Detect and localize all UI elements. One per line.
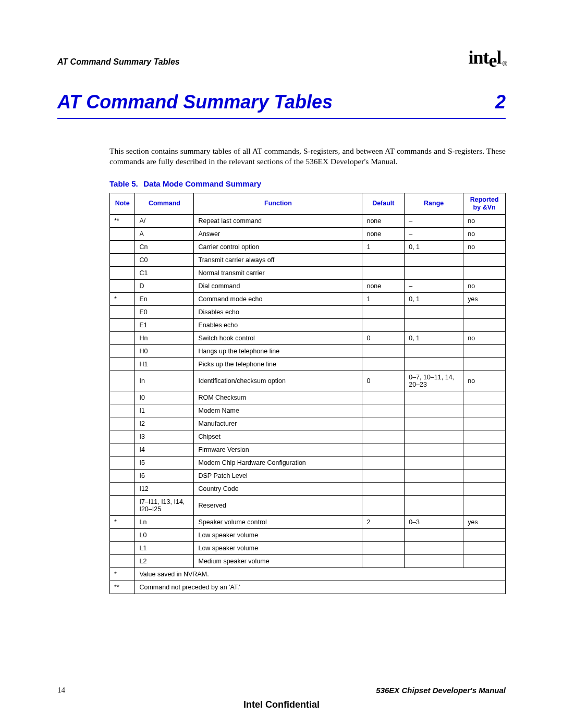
- cell-default: 1: [362, 240, 405, 253]
- cell-default: [362, 554, 405, 567]
- cell-note: [110, 391, 135, 404]
- cell-reported: no: [463, 240, 506, 253]
- table-row: **A/Repeat last commandnone–no: [110, 214, 506, 227]
- cell-command: I2: [135, 417, 194, 430]
- cell-function: Speaker volume control: [194, 515, 362, 528]
- cell-reported: no: [463, 331, 506, 344]
- table-row: L1Low speaker volume: [110, 541, 506, 554]
- cell-command: Cn: [135, 240, 194, 253]
- cell-default: 2: [362, 515, 405, 528]
- cell-reported: yes: [463, 515, 506, 528]
- cell-command: I3: [135, 430, 194, 443]
- table-row: HnSwitch hook control00, 1no: [110, 331, 506, 344]
- cell-note: [110, 253, 135, 266]
- th-note: Note: [110, 193, 135, 214]
- table-caption-label: Table 5.: [109, 179, 138, 188]
- cell-command: I5: [135, 456, 194, 469]
- cell-command: L2: [135, 554, 194, 567]
- table-row: I12Country Code: [110, 482, 506, 495]
- cell-note: *: [110, 292, 135, 305]
- cell-note: [110, 371, 135, 391]
- cell-range: [405, 357, 463, 371]
- data-mode-command-table: Note Command Function Default Range Repo…: [109, 193, 506, 594]
- table-header-row: Note Command Function Default Range Repo…: [110, 193, 506, 214]
- table-row: AAnswernone–no: [110, 227, 506, 240]
- cell-range: [405, 253, 463, 266]
- cell-reported: [463, 253, 506, 266]
- cell-function: Chipset: [194, 430, 362, 443]
- chapter-title-row: AT Command Summary Tables 2: [57, 93, 506, 112]
- cell-range: 0–3: [405, 515, 463, 528]
- cell-function: Hangs up the telephone line: [194, 344, 362, 357]
- cell-default: [362, 404, 405, 417]
- registered-mark: ®: [502, 60, 507, 68]
- cell-reported: [463, 541, 506, 554]
- cell-default: 1: [362, 292, 405, 305]
- cell-reported: yes: [463, 292, 506, 305]
- cell-note: [110, 417, 135, 430]
- cell-default: none: [362, 214, 405, 227]
- cell-default: [362, 318, 405, 331]
- cell-reported: [463, 391, 506, 404]
- table-row: DDial commandnone–no: [110, 279, 506, 292]
- cell-reported: no: [463, 279, 506, 292]
- table-caption-text: Data Mode Command Summary: [143, 179, 261, 188]
- table-row: L0Low speaker volume: [110, 528, 506, 541]
- intro-paragraph: This section contains summary tables of …: [109, 146, 506, 167]
- cell-function: Command mode echo: [194, 292, 362, 305]
- cell-command: C1: [135, 266, 194, 279]
- cell-reported: [463, 469, 506, 482]
- cell-function: Carrier control option: [194, 240, 362, 253]
- cell-range: [405, 528, 463, 541]
- cell-function: Switch hook control: [194, 331, 362, 344]
- cell-command: D: [135, 279, 194, 292]
- th-command: Command: [135, 193, 194, 214]
- page-footer: 14 536EX Chipset Developer's Manual: [57, 686, 506, 695]
- table-footnote-row: **Command not preceded by an 'AT.': [110, 581, 506, 594]
- table-row: I0ROM Checksum: [110, 391, 506, 404]
- cell-default: [362, 495, 405, 515]
- table-row: I6DSP Patch Level: [110, 469, 506, 482]
- cell-note: *: [110, 515, 135, 528]
- table-row: *EnCommand mode echo10, 1yes: [110, 292, 506, 305]
- cell-function: Low speaker volume: [194, 541, 362, 554]
- cell-reported: [463, 528, 506, 541]
- cell-range: [405, 469, 463, 482]
- cell-reported: [463, 456, 506, 469]
- table-row: CnCarrier control option10, 1no: [110, 240, 506, 253]
- cell-reported: [463, 404, 506, 417]
- cell-command: In: [135, 371, 194, 391]
- intel-logo: intel®: [468, 48, 506, 67]
- th-range: Range: [405, 193, 463, 214]
- page-header: AT Command Summary Tables intel®: [57, 42, 506, 67]
- cell-reported: [463, 305, 506, 318]
- cell-range: [405, 541, 463, 554]
- th-default: Default: [362, 193, 405, 214]
- cell-range: [405, 344, 463, 357]
- cell-function: Firmware Version: [194, 443, 362, 456]
- cell-note: [110, 318, 135, 331]
- cell-command: I0: [135, 391, 194, 404]
- cell-note: [110, 305, 135, 318]
- cell-range: [405, 495, 463, 515]
- cell-function: Disables echo: [194, 305, 362, 318]
- cell-function: Low speaker volume: [194, 528, 362, 541]
- table-row: C1Normal transmit carrier: [110, 266, 506, 279]
- table-row: InIdentification/checksum option00–7, 10…: [110, 371, 506, 391]
- cell-note: [110, 404, 135, 417]
- cell-note: [110, 331, 135, 344]
- cell-range: 0, 1: [405, 331, 463, 344]
- cell-command: Ln: [135, 515, 194, 528]
- cell-default: [362, 266, 405, 279]
- cell-range: –: [405, 214, 463, 227]
- cell-function: Manufacturer: [194, 417, 362, 430]
- cell-command: Hn: [135, 331, 194, 344]
- cell-default: [362, 482, 405, 495]
- cell-range: [405, 554, 463, 567]
- cell-command: E0: [135, 305, 194, 318]
- cell-function: Transmit carrier always off: [194, 253, 362, 266]
- cell-default: [362, 417, 405, 430]
- cell-default: [362, 541, 405, 554]
- cell-default: [362, 305, 405, 318]
- table-row: H1Picks up the telephone line: [110, 357, 506, 371]
